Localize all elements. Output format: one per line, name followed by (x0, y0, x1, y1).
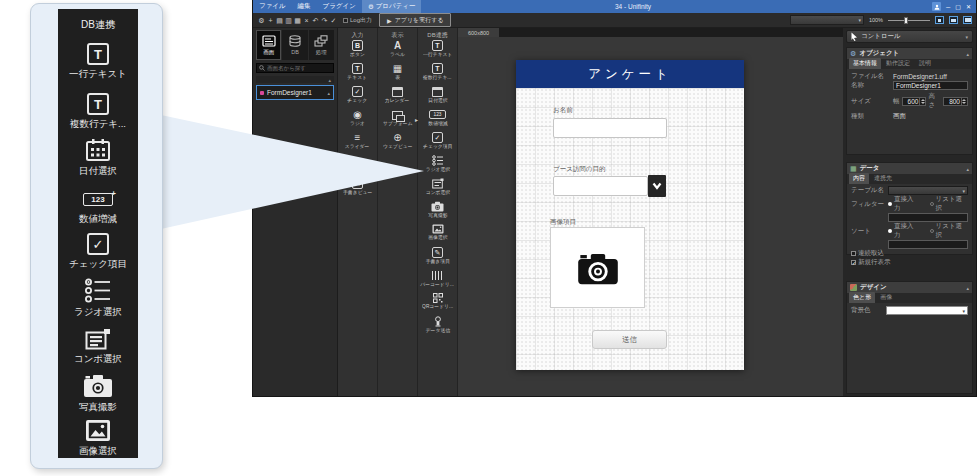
settings-icon[interactable]: ⚙ (257, 17, 266, 24)
menu-properties[interactable]: ⚙ プロパティー (362, 0, 422, 13)
image-icon (85, 419, 111, 442)
continuous-import-checkbox[interactable] (851, 251, 856, 256)
account-icon[interactable] (932, 2, 941, 11)
screenshot-stage: ファイル 編集 プラグイン ⚙ プロパティー 34 - Unifinity ─ … (0, 0, 979, 476)
title-bar: ファイル 編集 プラグイン ⚙ プロパティー 34 - Unifinity ─ … (253, 0, 976, 13)
toolbox-item-button[interactable]: Bボタン (338, 40, 377, 59)
sort-direct-radio[interactable] (888, 229, 892, 233)
form-purpose-input[interactable] (553, 176, 648, 196)
background-color-dropdown[interactable]: ▾ (886, 306, 968, 315)
save-icon[interactable]: ▥ (284, 17, 293, 24)
search-icon (259, 65, 265, 71)
screen-dot-icon (260, 91, 264, 95)
form-purpose-dropdown-button[interactable] (648, 175, 666, 197)
main-toolbar: ⚙ + ▤ ▥ ▦ × ↶ ↷ ✓ Log出力 ▶ アプリを実行する ▾ 100… (253, 13, 976, 28)
close-button[interactable]: ✕ (966, 4, 971, 10)
toolbox-item-single-line-text[interactable]: T一行テキスト (418, 40, 457, 59)
palette-icon (850, 284, 857, 291)
callout-item-image-select: 画像選択 (58, 419, 138, 458)
menu-edit[interactable]: 編集 (292, 0, 317, 13)
filter-input[interactable] (888, 213, 968, 222)
toolbox-item-data-send[interactable]: データ送信 (418, 316, 457, 335)
toolbox-item-qr-reader[interactable]: QRコードリ... (418, 293, 457, 311)
run-app-button[interactable]: ▶ アプリを実行する (379, 13, 451, 27)
filter-direct-radio[interactable] (888, 202, 892, 206)
tab-link-target[interactable]: 連携先 (870, 173, 896, 184)
toolbox-item-text[interactable]: Tテキスト (338, 63, 377, 82)
label-icon: A (394, 40, 401, 51)
screen-search[interactable] (256, 63, 334, 73)
zoom-slider-handle[interactable] (904, 17, 908, 24)
screen-group-bar[interactable]: ▴ (256, 76, 334, 83)
sort-input[interactable] (888, 240, 968, 249)
tab-basic-info[interactable]: 基本情報 (849, 58, 881, 69)
log-output-checkbox[interactable] (343, 18, 348, 23)
play-icon: ▶ (387, 17, 392, 24)
preview-pc-icon[interactable] (963, 16, 972, 24)
control-dropdown[interactable]: コントロール ▾ (846, 30, 973, 43)
save-all-icon[interactable]: ▦ (293, 17, 302, 24)
callout-item-combo-select: コンボ選択 (58, 328, 138, 366)
height-stepper[interactable]: 800 (943, 97, 968, 106)
tab-screens[interactable]: 画面 (256, 30, 281, 60)
zoom-slider[interactable] (888, 16, 930, 25)
screen-item-formdesigner1[interactable]: FormDesigner1 ▴ (256, 85, 334, 100)
menu-plugin[interactable]: プラグイン (317, 0, 362, 13)
toolbox-item-date-select[interactable]: 日付選択 (418, 86, 457, 105)
table-name-dropdown[interactable]: ▾ (888, 186, 968, 195)
chevron-down-icon: ▾ (962, 188, 965, 194)
tab-behavior[interactable]: 動作設定 (882, 58, 914, 69)
open-icon[interactable]: ▤ (275, 17, 284, 24)
toolbar-right: ▾ 100% (790, 15, 972, 25)
toolbox-item-multi-line-text[interactable]: T複数行テキ... (418, 63, 457, 82)
add-icon[interactable]: + (266, 17, 275, 24)
tab-content[interactable]: 内容 (849, 173, 869, 184)
form-image-box[interactable] (550, 227, 645, 308)
form-name-label[interactable]: お名前 (553, 106, 573, 115)
tab-description[interactable]: 説明 (915, 58, 935, 69)
callout-item-check-item: ✓ チェック項目 (58, 233, 138, 271)
form-preview[interactable]: アンケート お名前 ブース訪問の目的 画像項目 送信 (516, 60, 744, 370)
tab-color-shape[interactable]: 色と形 (849, 292, 875, 303)
navigator-tabs: 画面 DB 処理 (256, 30, 334, 60)
tab-db[interactable]: DB (282, 30, 307, 60)
menu-file[interactable]: ファイル (253, 0, 292, 13)
design-tabs: 色と形 画像 (847, 293, 972, 303)
filter-list-radio[interactable] (930, 202, 934, 206)
type-value: 画面 (893, 112, 906, 121)
target-dropdown[interactable]: ▾ (790, 15, 864, 25)
toolbox-item-check[interactable]: ✓チェック (338, 86, 377, 105)
preview-tablet-icon[interactable] (949, 16, 958, 24)
toolbox-item-calendar[interactable]: カレンダー (378, 86, 417, 105)
form-title-bar[interactable]: アンケート (516, 60, 744, 88)
minimize-button[interactable]: ─ (946, 4, 950, 10)
column-header: 入力 (338, 28, 377, 40)
redo-icon[interactable]: ↷ (320, 17, 329, 24)
form-submit-button[interactable]: 送信 (592, 330, 667, 349)
toolbox-item-barcode-reader[interactable]: バーコードリ... (418, 270, 457, 289)
restore-button[interactable]: ▢ (955, 4, 961, 10)
name-input[interactable]: FormDesigner1 (893, 81, 968, 90)
toolbox-item-handwriting-item[interactable]: ✎手書き項目 (418, 247, 457, 266)
form-name-input[interactable] (553, 118, 667, 138)
text-icon: T (87, 93, 109, 115)
calendar-icon (432, 87, 443, 97)
callout-item-radio-select: ラジオ選択 (58, 278, 138, 319)
preview-phone-icon[interactable] (935, 16, 944, 24)
toolbox-item-label[interactable]: Aラベル (378, 40, 417, 59)
canvas-tab-600x800[interactable]: 600x800 (458, 28, 499, 37)
width-stepper[interactable]: 600 (902, 97, 927, 106)
barcode-icon (432, 271, 444, 280)
tab-image[interactable]: 画像 (876, 292, 896, 303)
toolbox-item-table[interactable]: ▦表 (378, 63, 417, 82)
tab-process[interactable]: 処理 (309, 30, 334, 60)
form-image-label[interactable]: 画像項目 (550, 218, 576, 227)
delete-icon[interactable]: × (302, 17, 311, 24)
search-input[interactable] (267, 65, 331, 71)
new-row-checkbox[interactable]: ✓ (851, 260, 856, 265)
callout-item-single-line-text: T 一行テキスト (58, 43, 138, 81)
apply-icon[interactable]: ✓ (329, 17, 338, 24)
sort-list-radio[interactable] (930, 229, 934, 233)
undo-icon[interactable]: ↶ (311, 17, 320, 24)
form-purpose-label[interactable]: ブース訪問の目的 (553, 165, 605, 174)
